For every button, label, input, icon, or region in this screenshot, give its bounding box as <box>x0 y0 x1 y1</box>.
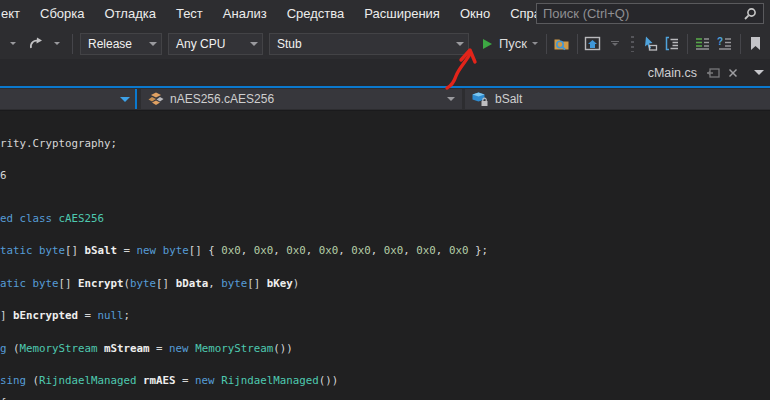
uncomment-lines-icon[interactable]: ? <box>715 32 735 56</box>
code-line: g (MemoryStream mStream = new MemoryStre… <box>0 341 293 357</box>
standard-toolbar: Release Any CPU Stub Пуск <box>0 28 770 59</box>
copy-structure-icon[interactable] <box>662 32 682 56</box>
configuration-combo[interactable]: Release <box>80 33 162 55</box>
menu-item-4[interactable]: Тест <box>166 0 213 28</box>
type-dropdown[interactable]: nAES256.cAES256 <box>141 89 462 109</box>
code-line: ] bEncrypted = null; <box>0 308 130 324</box>
chevron-down-icon <box>447 97 455 101</box>
toolbar-separator <box>687 34 688 54</box>
document-tab-strip: cMain.cs <box>0 59 770 86</box>
redo-icon[interactable] <box>25 32 45 56</box>
search-input[interactable] <box>537 6 743 21</box>
svg-text:?: ? <box>717 36 723 47</box>
toolbar-separator <box>577 34 578 54</box>
select-element-icon[interactable] <box>640 32 660 56</box>
platform-value: Any CPU <box>169 37 246 51</box>
menu-items: ектСборкаОтладкаТестАнализСредстваРасшир… <box>0 0 571 28</box>
code-line: ed class cAES256 <box>0 211 104 227</box>
document-tab-label: cMain.cs <box>648 66 697 80</box>
toolbar-separator <box>546 34 547 54</box>
document-tab[interactable]: cMain.cs <box>644 59 742 86</box>
bookmark-icon[interactable] <box>746 32 766 56</box>
menu-item-6[interactable]: Средства <box>277 0 355 28</box>
configuration-value: Release <box>81 37 145 51</box>
code-line: atic byte[] Encrypt(byte[] bData, byte[]… <box>0 276 299 292</box>
menu-item-3[interactable]: Отладка <box>95 0 166 28</box>
chevron-down-icon <box>246 42 262 46</box>
startup-project-value: Stub <box>270 37 452 51</box>
chevron-down-icon <box>120 97 130 102</box>
visual-studio-window: ектСборкаОтладкаТестАнализСредстваРасшир… <box>0 0 770 400</box>
toolbar-separator <box>72 34 73 54</box>
code-line: sing (RijndaelManaged rmAES = new Rijnda… <box>0 373 338 389</box>
browser-dropdown-chevron[interactable] <box>605 32 625 56</box>
undo-dropdown-chevron[interactable] <box>3 32 23 56</box>
run-button-label: Пуск <box>499 36 527 51</box>
class-icon <box>148 92 164 106</box>
tab-list-chevron[interactable] <box>754 70 764 75</box>
chevron-down-icon <box>452 42 468 46</box>
member-dropdown[interactable]: bSalt <box>465 89 770 109</box>
search-box[interactable] <box>536 3 764 24</box>
play-icon <box>482 38 493 50</box>
run-dropdown-chevron[interactable] <box>532 42 538 45</box>
menu-bar: ектСборкаОтладкаТестАнализСредстваРасшир… <box>0 0 770 28</box>
private-field-icon <box>472 92 489 107</box>
toolbar-separator <box>740 34 741 54</box>
menu-item-1[interactable]: ект <box>0 0 30 28</box>
code-line: tatic byte[] bSalt = new byte[] { 0x0, 0… <box>0 243 488 259</box>
search-icon[interactable] <box>743 7 757 21</box>
chevron-down-icon <box>145 42 161 46</box>
type-dropdown-label: nAES256.cAES256 <box>170 92 274 106</box>
run-button[interactable]: Пуск <box>478 32 542 56</box>
menu-item-2[interactable]: Сборка <box>30 0 95 28</box>
code-line: rity.Cryptography; <box>0 136 117 152</box>
close-icon[interactable] <box>728 68 738 78</box>
toolbar-grip[interactable] <box>631 36 634 52</box>
code-editor[interactable]: rity.Cryptography;6ed class cAES256tatic… <box>0 111 770 400</box>
project-dropdown[interactable] <box>0 89 137 109</box>
member-dropdown-label: bSalt <box>495 92 522 106</box>
menu-item-5[interactable]: Анализ <box>213 0 277 28</box>
browser-home-icon[interactable] <box>583 32 603 56</box>
keep-open-icon[interactable] <box>706 67 720 79</box>
code-line: { <box>0 395 7 400</box>
redo-dropdown-chevron[interactable] <box>47 32 67 56</box>
menu-item-7[interactable]: Расширения <box>354 0 450 28</box>
navigation-bar: nAES256.cAES256 bSalt <box>0 88 770 111</box>
menu-item-8[interactable]: Окно <box>450 0 500 28</box>
startup-project-combo[interactable]: Stub <box>269 33 469 55</box>
find-in-files-icon[interactable] <box>552 32 572 56</box>
comment-lines-icon[interactable] <box>693 32 713 56</box>
code-line: 6 <box>0 168 7 184</box>
platform-combo[interactable]: Any CPU <box>168 33 263 55</box>
